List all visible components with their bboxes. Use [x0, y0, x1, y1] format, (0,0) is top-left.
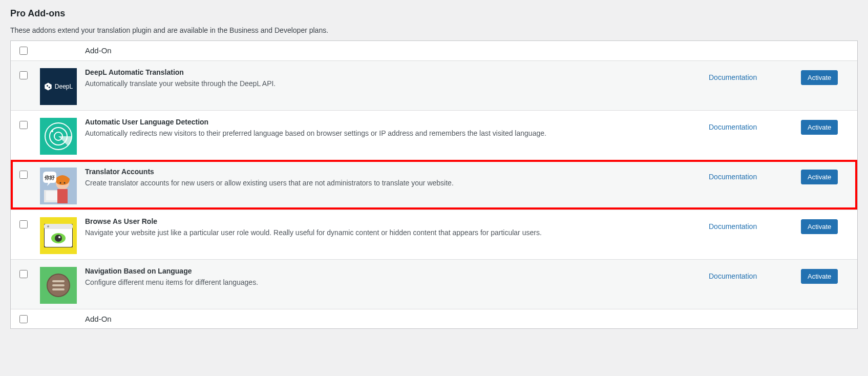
translator-icon: 你好	[40, 168, 77, 204]
svg-rect-25	[52, 284, 65, 286]
addon-title: Translator Accounts	[85, 168, 701, 176]
addon-description: Configure different menu items for diffe…	[85, 277, 701, 288]
table-row: Browse As User Role Navigate your websit…	[11, 210, 857, 259]
activate-button[interactable]: Activate	[801, 170, 838, 184]
select-all-checkbox-top[interactable]	[19, 47, 28, 55]
svg-point-21	[58, 236, 60, 238]
svg-text:你好: 你好	[44, 175, 55, 180]
addon-title: Automatic User Language Detection	[85, 118, 701, 126]
row-checkbox[interactable]	[19, 121, 28, 129]
addon-description: Create translator accounts for new users…	[85, 178, 701, 189]
svg-point-13	[63, 182, 65, 184]
addon-description: Automatically redirects new visitors to …	[85, 128, 701, 139]
addon-title: DeepL Automatic Translation	[85, 68, 701, 76]
svg-point-7	[51, 130, 53, 132]
documentation-link[interactable]: Documentation	[709, 173, 757, 181]
svg-point-18	[47, 225, 49, 227]
activate-button[interactable]: Activate	[801, 120, 838, 135]
svg-rect-24	[52, 280, 65, 282]
addon-description: Automatically translate your website thr…	[85, 78, 701, 89]
addons-table: Add-On DeepL DeepL Automatic Translation…	[10, 40, 858, 329]
row-checkbox[interactable]	[19, 270, 28, 278]
browse-icon	[40, 217, 77, 254]
table-row: Navigation Based on Language Configure d…	[11, 259, 857, 309]
addon-title: Navigation Based on Language	[85, 267, 701, 275]
activate-button[interactable]: Activate	[801, 269, 838, 284]
svg-rect-26	[52, 288, 65, 290]
page-title: Pro Add-ons	[10, 8, 858, 19]
svg-marker-0	[45, 83, 52, 91]
row-checkbox[interactable]	[19, 171, 28, 179]
svg-point-3	[49, 87, 50, 88]
documentation-link[interactable]: Documentation	[709, 272, 757, 280]
documentation-link[interactable]: Documentation	[709, 123, 757, 131]
page-description: These addons extend your translation plu…	[10, 26, 858, 34]
nav-icon	[40, 267, 77, 304]
row-checkbox[interactable]	[19, 71, 28, 79]
table-row: DeepL DeepL Automatic Translation Automa…	[11, 60, 857, 110]
select-all-checkbox-bottom[interactable]	[19, 315, 28, 323]
documentation-link[interactable]: Documentation	[709, 222, 757, 231]
table-footer-row: Add-On	[11, 309, 857, 328]
activate-button[interactable]: Activate	[801, 219, 838, 234]
table-row: 你好 Translator Accounts Create translator…	[11, 160, 857, 210]
activate-button[interactable]: Activate	[801, 70, 838, 85]
row-checkbox[interactable]	[19, 220, 28, 228]
radar-icon	[40, 118, 77, 155]
addon-title: Browse As User Role	[85, 217, 701, 225]
header-addon-label[interactable]: Add-On	[80, 41, 857, 60]
addon-description: Navigate your website just like a partic…	[85, 227, 701, 238]
deepl-icon: DeepL	[40, 68, 77, 105]
svg-point-2	[47, 85, 48, 87]
svg-point-20	[55, 235, 62, 242]
svg-point-12	[59, 182, 61, 184]
svg-rect-14	[57, 189, 68, 203]
table-row: Automatic User Language Detection Automa…	[11, 110, 857, 160]
footer-addon-label[interactable]: Add-On	[80, 309, 857, 328]
table-header-row: Add-On	[11, 41, 857, 60]
documentation-link[interactable]: Documentation	[709, 73, 757, 81]
